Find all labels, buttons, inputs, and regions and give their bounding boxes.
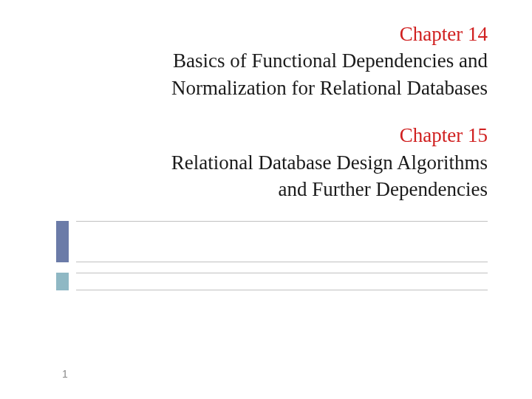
title-spacer — [44, 101, 488, 122]
page-number: 1 — [62, 368, 68, 380]
chapter-14-title-line-2: Normalization for Relational Databases — [44, 75, 488, 101]
chapter-14-label: Chapter 14 — [44, 21, 488, 47]
accent-bar-1 — [56, 221, 69, 262]
chapter-14-title-line-1: Basics of Functional Dependencies and — [44, 47, 488, 74]
accent-bar-2 — [56, 273, 69, 290]
chapter-15-title-line-2: and Further Dependencies — [44, 176, 488, 202]
chapter-15-title-line-1: Relational Database Design Algorithms — [44, 149, 488, 176]
chapter-15-label: Chapter 15 — [44, 122, 488, 149]
content-box-2 — [56, 273, 488, 290]
content-body-2 — [76, 273, 488, 290]
content-placeholder-area — [0, 221, 532, 290]
content-body-1 — [76, 221, 488, 262]
content-box-1 — [56, 221, 488, 262]
slide-title-area: Chapter 14 Basics of Functional Dependen… — [0, 0, 532, 203]
